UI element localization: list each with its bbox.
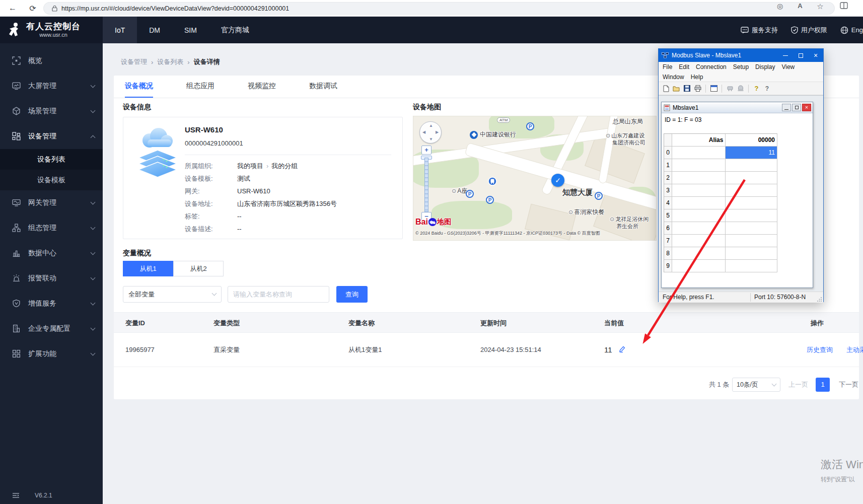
sidebar-item-gateway-mgmt[interactable]: 网关管理 xyxy=(0,190,103,215)
alias-cell[interactable] xyxy=(672,159,726,172)
modbus-register-grid[interactable]: Alias 00000 011 1 2 3 4 5 6 7 8 9 xyxy=(664,133,777,272)
menu-view[interactable]: View xyxy=(781,63,795,70)
breadcrumb-device-list[interactable]: 设备列表 xyxy=(157,57,183,66)
sidebar-item-enterprise-config[interactable]: 企业专属配置 xyxy=(0,316,103,341)
pagination-prev[interactable]: 上一页 xyxy=(788,378,808,392)
brand-logo[interactable]: 有人云控制台 www.usr.cn xyxy=(0,17,103,43)
sidebar-item-value-added[interactable]: 增值服务 xyxy=(0,291,103,316)
tab-device-overview[interactable]: 设备概况 xyxy=(125,76,153,98)
map-zoom-in-button[interactable]: + xyxy=(421,146,432,155)
sidebar-subitem-device-list[interactable]: 设备列表 xyxy=(0,149,103,170)
menu-window[interactable]: Window xyxy=(663,74,684,81)
action-history-query[interactable]: 历史查询 xyxy=(807,333,833,367)
alias-cell[interactable] xyxy=(672,222,726,235)
pagination-page-1[interactable]: 1 xyxy=(816,378,830,392)
toolbar-print-icon[interactable] xyxy=(693,84,702,93)
child-restore-button[interactable] xyxy=(792,104,801,111)
menu-connection[interactable]: Connection xyxy=(696,63,727,70)
header-language[interactable]: Eng xyxy=(840,26,863,34)
alias-cell[interactable] xyxy=(672,172,726,184)
breadcrumb-device-mgmt[interactable]: 设备管理 xyxy=(121,57,147,66)
sidebar-item-config-mgmt[interactable]: 组态管理 xyxy=(0,215,103,241)
window-close-button[interactable]: × xyxy=(808,49,823,62)
toolbar-connection-icon[interactable] xyxy=(726,84,734,93)
value-cell[interactable] xyxy=(726,184,777,197)
browser-target-icon[interactable]: ◎ xyxy=(774,2,785,10)
toolbar-new-icon[interactable] xyxy=(662,84,670,93)
menu-file[interactable]: File xyxy=(663,63,672,70)
alias-cell[interactable] xyxy=(672,184,726,197)
sidebar-subitem-device-template[interactable]: 设备模板 xyxy=(0,170,103,190)
tab-slave1[interactable]: 从机1 xyxy=(123,261,173,276)
map-pan-control[interactable]: ▲▼ ◀▶ xyxy=(419,121,442,143)
menu-display[interactable]: Display xyxy=(755,63,775,70)
header-user-permission[interactable]: 用户权限 xyxy=(791,26,827,35)
address-bar[interactable]: https://mp.usr.cn/#/cloud/device/ViewDev… xyxy=(43,2,835,15)
alias-cell[interactable] xyxy=(672,147,726,159)
browser-back-icon[interactable]: ← xyxy=(6,2,19,15)
value-cell[interactable] xyxy=(726,222,777,235)
variable-type-select[interactable]: 全部变量 xyxy=(123,286,222,303)
alias-cell[interactable] xyxy=(672,260,726,272)
sidebar-item-alarm-linkage[interactable]: 报警联动 xyxy=(0,266,103,291)
child-titlebar[interactable]: Mbslave1 × xyxy=(662,102,813,113)
topnav-tab-iot[interactable]: IoT xyxy=(103,17,137,43)
action-active-collect[interactable]: 主动采 xyxy=(846,333,863,367)
sidebar-collapse-icon[interactable] xyxy=(12,492,20,498)
modbus-slave-window[interactable]: Modbus Slave - Mbslave1 × File Edit Conn… xyxy=(658,48,824,302)
child-minimize-button[interactable] xyxy=(782,104,791,111)
device-map[interactable]: ▲▼ ◀▶ + − ATM P 中国建设银行 总局山东局 ⊙山东万鑫建设集团济南… xyxy=(413,116,657,241)
topnav-tab-dm[interactable]: DM xyxy=(137,17,172,43)
browser-favorite-star-icon[interactable]: ☆ xyxy=(815,2,826,11)
menu-help[interactable]: Help xyxy=(691,74,703,81)
tab-data-debug[interactable]: 数据调试 xyxy=(309,76,337,98)
menu-edit[interactable]: Edit xyxy=(679,63,689,70)
toolbar-save-icon[interactable] xyxy=(683,84,691,93)
sidebar-item-overview[interactable]: 概览 xyxy=(0,48,103,74)
header-service-support[interactable]: 服务支持 xyxy=(741,26,778,35)
modbus-titlebar[interactable]: Modbus Slave - Mbslave1 × xyxy=(659,49,823,62)
sidebar-item-device-mgmt[interactable]: 设备管理 xyxy=(0,124,103,149)
value-cell[interactable] xyxy=(726,209,777,222)
topnav-tab-mall[interactable]: 官方商城 xyxy=(209,17,261,43)
map-device-marker[interactable]: ✓ xyxy=(551,174,564,187)
alias-cell[interactable] xyxy=(672,247,726,260)
sidebar-item-screen-mgmt[interactable]: 大屏管理 xyxy=(0,74,103,99)
value-cell[interactable] xyxy=(726,197,777,209)
sidebar-item-scene-mgmt[interactable]: 场景管理 xyxy=(0,99,103,124)
alias-cell[interactable] xyxy=(672,197,726,209)
toolbar-traffic-icon[interactable] xyxy=(736,84,745,93)
sidebar-item-data-center[interactable]: 数据中心 xyxy=(0,241,103,266)
window-minimize-button[interactable] xyxy=(778,49,793,62)
toolbar-about-help-icon[interactable]: ? xyxy=(752,84,761,93)
window-maximize-button[interactable] xyxy=(793,49,808,62)
browser-refresh-icon[interactable]: ⟳ xyxy=(26,2,39,15)
map-zoom-slider-track[interactable] xyxy=(424,158,428,212)
sidebar-item-extensions[interactable]: 扩展功能 xyxy=(0,341,103,367)
child-close-button[interactable]: × xyxy=(802,104,811,111)
page-size-select[interactable]: 10条/页 xyxy=(732,378,780,392)
tab-slave2[interactable]: 从机2 xyxy=(173,261,224,276)
alias-cell[interactable] xyxy=(672,235,726,247)
browser-split-screen-icon[interactable] xyxy=(840,2,851,9)
tab-video-monitor[interactable]: 视频监控 xyxy=(248,76,276,98)
toolbar-open-icon[interactable] xyxy=(672,84,681,93)
toolbar-display-definition-icon[interactable] xyxy=(709,84,718,93)
alias-cell[interactable] xyxy=(672,209,726,222)
value-cell-selected[interactable]: 11 xyxy=(726,147,777,159)
menu-setup[interactable]: Setup xyxy=(733,63,749,70)
toolbar-context-help-icon[interactable]: ? xyxy=(763,84,771,93)
value-cell[interactable] xyxy=(726,172,777,184)
value-cell[interactable] xyxy=(726,235,777,247)
tab-config-app[interactable]: 组态应用 xyxy=(186,76,214,98)
pagination-next[interactable]: 下一页 xyxy=(839,378,858,392)
value-cell[interactable] xyxy=(726,247,777,260)
browser-read-aloud-icon[interactable]: A xyxy=(795,2,806,10)
search-button[interactable]: 查询 xyxy=(336,286,368,303)
mbslave1-child-window[interactable]: Mbslave1 × ID = 1: F = 03 Alias 00000 01… xyxy=(661,102,813,288)
value-cell[interactable] xyxy=(726,260,777,272)
resize-grip[interactable] xyxy=(817,297,822,302)
topnav-tab-sim[interactable]: SIM xyxy=(172,17,209,43)
value-cell[interactable] xyxy=(726,159,777,172)
edit-value-icon[interactable] xyxy=(618,345,626,353)
